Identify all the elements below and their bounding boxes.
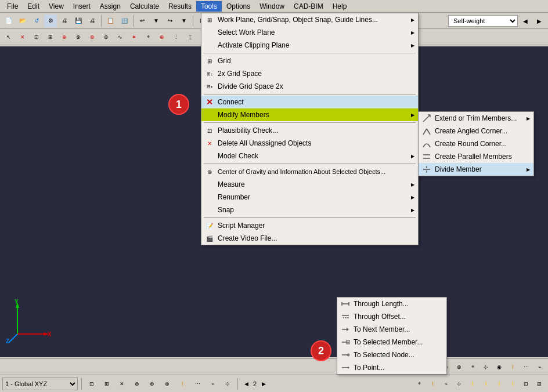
menu-grid-2x[interactable]: ⊞₂ 2x Grid Space [201, 67, 418, 80]
status-btn6[interactable]: ⊗ [161, 378, 174, 390]
tb2-btn13[interactable]: ⋮ [170, 31, 182, 43]
toolbar-print-prev[interactable]: 🖨 [58, 14, 71, 27]
status-btn3[interactable]: ✕ [116, 378, 128, 390]
tb2-btn9[interactable]: ∿ [114, 31, 127, 43]
toolbar-undo[interactable]: ↩ [136, 14, 149, 27]
toolbar-num[interactable]: 🔢 [118, 14, 131, 27]
menu-measure[interactable]: Measure [201, 178, 418, 191]
sb-btn7[interactable]: ⌇ [493, 378, 506, 390]
tb2-btn1[interactable]: ↖ [2, 31, 15, 43]
tb2-btn8[interactable]: ⊜ [100, 31, 113, 43]
sb-btn3[interactable]: ⌁ [439, 378, 452, 390]
btb-btn12[interactable]: ⌁ [533, 361, 546, 373]
menu-create-parallel[interactable]: Create Parallel Members [419, 150, 533, 163]
toolbar-undo-drop[interactable]: ▼ [150, 14, 163, 27]
menu-round-corner[interactable]: Create Round Corner... [419, 137, 533, 150]
tb2-btn4[interactable]: ⊞ [44, 31, 57, 43]
status-arrow-left[interactable]: ◀ [241, 378, 251, 390]
sb-btn6[interactable]: ⌇ [480, 378, 492, 390]
menu-through-offset[interactable]: Through Offset... [337, 310, 446, 323]
menu-extend-trim[interactable]: Extend or Trim Members... [419, 112, 533, 125]
toolbar-redo[interactable]: ↪ [164, 14, 176, 27]
menu-snap[interactable]: Snap [201, 204, 418, 216]
menu-model-check[interactable]: Model Check [201, 150, 418, 162]
tb2-btn7[interactable]: ⊛ [86, 31, 99, 43]
btb-btn6[interactable]: ⊗ [453, 361, 466, 373]
tb2-btn6[interactable]: ⊗ [72, 31, 85, 43]
menu-insert[interactable]: Insert [68, 1, 95, 12]
toolbar-new[interactable]: 📄 [2, 14, 15, 27]
menu-select-workplane[interactable]: Select Work Plane [201, 26, 418, 39]
btb-btn7[interactable]: ⌖ [466, 361, 479, 373]
sb-btn4[interactable]: ⊹ [453, 378, 466, 390]
menu-through-length[interactable]: Through Length... [337, 297, 446, 310]
toolbar-redo-drop[interactable]: ▼ [178, 14, 190, 27]
menu-delete-unassigned[interactable]: ✕ Delete All Unassigned Objects [201, 137, 418, 150]
sb-btn2[interactable]: ⌇ [426, 378, 439, 390]
menu-selected-member[interactable]: To Selected Member... [337, 336, 446, 349]
toolbar-save[interactable]: 💾 [72, 14, 85, 27]
menu-angled-corner[interactable]: Create Angled Corner... [419, 125, 533, 137]
sb-btn8[interactable]: ⌇ [506, 378, 519, 390]
modify-members-submenu[interactable]: Extend or Trim Members... Create Angled … [418, 111, 534, 176]
menu-divide-grid[interactable]: ⊟₂ Divide Grid Space 2x [201, 80, 418, 93]
btb-btn9[interactable]: ◉ [493, 361, 506, 373]
toolbar-open[interactable]: 📂 [16, 14, 29, 27]
menu-options[interactable]: Options [222, 1, 255, 12]
status-btn9[interactable]: ⌁ [206, 378, 219, 390]
sb-btn9[interactable]: ⊡ [520, 378, 532, 390]
status-btn4[interactable]: ⊚ [131, 378, 143, 390]
menu-divide-member[interactable]: Divide Member [419, 163, 533, 176]
status-btn5[interactable]: ⊛ [146, 378, 158, 390]
divide-member-submenu[interactable]: Through Length... Through Offset... To N… [337, 297, 447, 375]
menu-edit[interactable]: Edit [23, 1, 44, 12]
tb2-btn2[interactable]: ✕ [16, 31, 29, 43]
status-btn7[interactable]: ⌇ [176, 378, 189, 390]
menu-workplane-full[interactable]: ⊞ Work Plane, Grid/Snap, Object Snap, Gu… [201, 13, 418, 26]
menu-results[interactable]: Results [164, 1, 196, 12]
menu-assign[interactable]: Assign [95, 1, 125, 12]
menu-next-member[interactable]: To Next Member... [337, 323, 446, 336]
toolbar-prev-case[interactable]: ◀ [519, 14, 532, 27]
btb-btn11[interactable]: ⋯ [520, 361, 532, 373]
menu-calculate[interactable]: Calculate [125, 1, 164, 12]
selfweight-dropdown[interactable]: Self-weight [448, 15, 518, 27]
status-btn8[interactable]: ⋯ [191, 378, 204, 390]
menu-script-manager[interactable]: 📝 Script Manager [201, 219, 418, 232]
status-btn10[interactable]: ⊹ [221, 378, 234, 390]
menu-cog[interactable]: ⊚ Center of Gravity and Information Abou… [201, 165, 418, 178]
tb2-btn5[interactable]: ⊕ [58, 31, 71, 43]
tb2-btn11[interactable]: ⌖ [142, 31, 154, 43]
menu-connect[interactable]: ✕ Connect [201, 96, 418, 108]
coordinate-system-dropdown[interactable]: 1 - Global XYZ [2, 378, 78, 390]
menu-file[interactable]: File [2, 1, 23, 12]
menu-cadbim[interactable]: CAD-BIM [289, 1, 328, 12]
menu-to-point[interactable]: To Point... [337, 361, 446, 374]
menu-window[interactable]: Window [255, 1, 289, 12]
toolbar-rfw[interactable]: ⚙ [44, 14, 57, 27]
sb-btn5[interactable]: ⌇ [466, 378, 479, 390]
btb-btn10[interactable]: ⌇ [506, 361, 519, 373]
menu-tools[interactable]: Tools [196, 1, 222, 12]
menu-plausibility[interactable]: ⊡ Plausibility Check... [201, 124, 418, 137]
toolbar-print[interactable]: 🖨 [86, 14, 99, 27]
tb2-btn3[interactable]: ⊡ [30, 31, 43, 43]
toolbar-copy[interactable]: 📋 [104, 14, 117, 27]
toolbar-reload[interactable]: ↺ [30, 14, 43, 27]
status-btn1[interactable]: ⊡ [85, 378, 98, 390]
menu-video-file[interactable]: 🎬 Create Video File... [201, 232, 418, 245]
menu-help[interactable]: Help [328, 1, 352, 12]
menu-activate-clipping[interactable]: Activate Clipping Plane [201, 39, 418, 52]
btb-btn8[interactable]: ⊹ [480, 361, 492, 373]
menu-view[interactable]: View [44, 1, 68, 12]
sb-btn10[interactable]: ⊞ [533, 378, 546, 390]
toolbar-next-case[interactable]: ▶ [533, 14, 546, 27]
tb2-btn12[interactable]: ⊕ [156, 31, 168, 43]
tb2-btn10[interactable]: ✶ [128, 31, 140, 43]
status-arrow-right[interactable]: ▶ [259, 378, 268, 390]
menu-selected-node[interactable]: To Selected Node... [337, 349, 446, 361]
status-btn2[interactable]: ⊞ [100, 378, 113, 390]
sb-btn1[interactable]: ⌖ [413, 378, 426, 390]
tb2-btn14[interactable]: ⌶ [183, 31, 196, 43]
menu-grid[interactable]: ⊞ Grid [201, 55, 418, 67]
